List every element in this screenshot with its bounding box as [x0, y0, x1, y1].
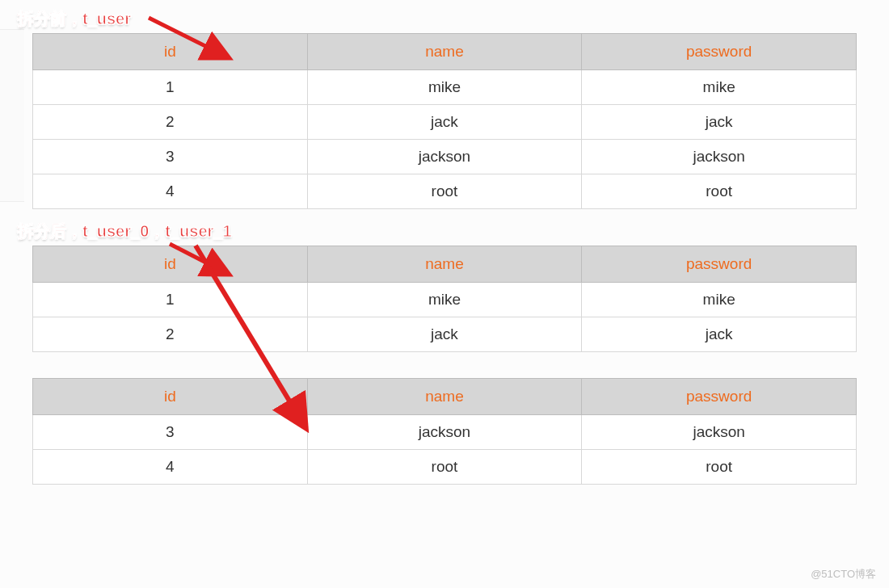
col-password: password [582, 379, 857, 415]
cell-name: mike [307, 70, 582, 105]
t-user-table: id name password 1 mike mike 2 jack jack… [32, 33, 857, 209]
cell-name: root [307, 174, 582, 209]
cell-id: 4 [33, 174, 308, 209]
cell-name: jackson [307, 415, 582, 450]
table-row: 1 mike mike [33, 70, 857, 105]
cell-password: root [582, 450, 857, 485]
col-id: id [33, 246, 308, 283]
table-before-split: id name password 1 mike mike 2 jack jack… [32, 33, 857, 209]
cell-password: jackson [582, 415, 857, 450]
cell-password: mike [582, 283, 857, 317]
table-row: 3 jackson jackson [33, 415, 857, 450]
cell-name: jack [307, 105, 582, 140]
table-row: 2 jack jack [33, 105, 857, 140]
table-row: 2 jack jack [33, 317, 857, 352]
table-header-row: id name password [33, 246, 857, 283]
cell-password: jack [582, 317, 857, 352]
cell-name: jack [307, 317, 582, 352]
col-id: id [33, 379, 308, 415]
label-after-split: 拆分后，t_user_0，t_user_1 [18, 220, 232, 242]
cell-password: mike [582, 70, 857, 105]
table-row: 4 root root [33, 174, 857, 209]
gutter-before [0, 29, 24, 202]
cell-name: root [307, 450, 582, 485]
watermark-credit: @51CTO博客 [811, 567, 876, 582]
cell-id: 2 [33, 317, 308, 352]
col-name: name [307, 379, 582, 415]
table-after-split-0: id name password 1 mike mike 2 jack jack [32, 246, 857, 352]
col-password: password [582, 246, 857, 283]
cell-id: 1 [33, 283, 308, 317]
table-row: 3 jackson jackson [33, 140, 857, 174]
cell-id: 3 [33, 140, 308, 174]
cell-name: jackson [307, 140, 582, 174]
t-user-0-table: id name password 1 mike mike 2 jack jack [32, 246, 857, 352]
col-password: password [582, 34, 857, 70]
table-row: 4 root root [33, 450, 857, 485]
cell-password: root [582, 174, 857, 209]
cell-id: 4 [33, 450, 308, 485]
table-gap [8, 363, 881, 378]
t-user-1-table: id name password 3 jackson jackson 4 roo… [32, 378, 857, 485]
cell-id: 1 [33, 70, 308, 105]
table-after-split-1: id name password 3 jackson jackson 4 roo… [32, 378, 857, 485]
col-name: name [307, 246, 582, 283]
cell-id: 2 [33, 105, 308, 140]
cell-id: 3 [33, 415, 308, 450]
cell-password: jackson [582, 140, 857, 174]
table-row: 1 mike mike [33, 283, 857, 317]
col-name: name [307, 34, 582, 70]
cell-password: jack [582, 105, 857, 140]
table-header-row: id name password [33, 379, 857, 415]
cell-name: mike [307, 283, 582, 317]
col-id: id [33, 34, 308, 70]
label-before-split: 拆分前，t_user [18, 8, 131, 30]
table-header-row: id name password [33, 34, 857, 70]
